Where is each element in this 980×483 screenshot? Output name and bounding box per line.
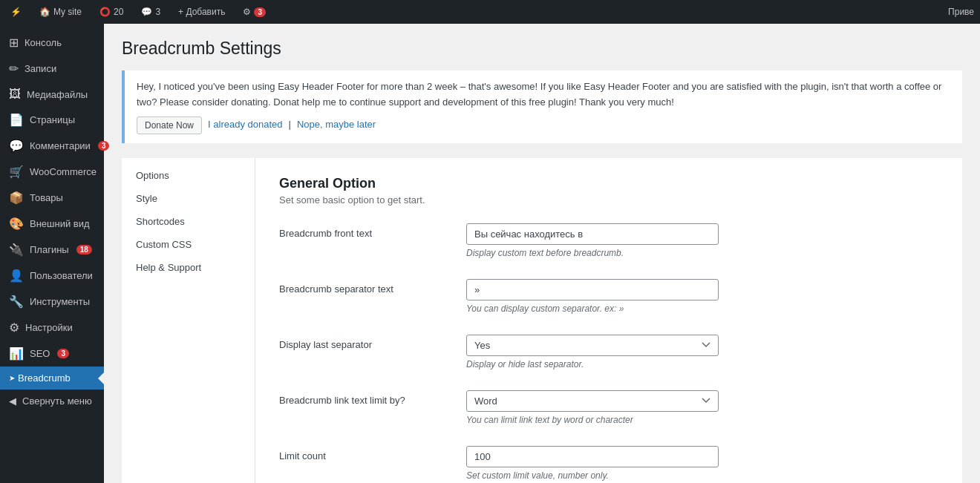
help-link-text-limit: You can limit link text by word or chara… bbox=[466, 415, 719, 425]
input-limit-count[interactable] bbox=[466, 446, 719, 467]
form-row-front-text: Breadcrumb front text Display custom tex… bbox=[279, 223, 938, 258]
wp-icon: ⚡ bbox=[10, 7, 22, 17]
help-last-separator: Display or hide last separator. bbox=[466, 359, 719, 369]
label-front-text: Breadcrumb front text bbox=[279, 223, 442, 239]
help-separator-text: You can display custom separator. ex: » bbox=[466, 303, 719, 314]
donate-now-button[interactable]: Donate Now bbox=[137, 116, 202, 134]
posts-icon: ✏ bbox=[9, 62, 19, 76]
settings-layout: Options Style Shortcodes Custom CSS Help… bbox=[122, 158, 962, 483]
page-title: Breadcrumb Settings bbox=[122, 39, 962, 59]
products-icon: 📦 bbox=[9, 191, 24, 205]
form-row-link-text-limit: Breadcrumb link text limit by? Word Char… bbox=[279, 390, 938, 425]
sidebar-item-breadcrumb[interactable]: ➤ Breadcrumb bbox=[0, 367, 104, 390]
already-donated-link[interactable]: I already donated bbox=[208, 117, 282, 133]
input-separator-text[interactable] bbox=[466, 279, 719, 300]
nav-shortcodes[interactable]: Shortcodes bbox=[122, 210, 255, 233]
field-link-text-limit: Word Character You can limit link text b… bbox=[466, 390, 719, 425]
home-icon: 🏠 bbox=[39, 7, 50, 17]
appearance-icon: 🎨 bbox=[9, 217, 24, 231]
sidebar-item-users[interactable]: 👤 Пользователи bbox=[0, 263, 104, 289]
nav-help[interactable]: Help & Support bbox=[122, 256, 255, 279]
donate-message: Hey, I noticed you've been using Easy He… bbox=[137, 79, 950, 111]
main-content: Breadcrumb Settings Hey, I noticed you'v… bbox=[104, 24, 980, 483]
help-front-text: Display custom text before breadcrumb. bbox=[466, 248, 719, 258]
dashboard-icon: ⊞ bbox=[9, 36, 19, 50]
comment-icon: 💬 bbox=[141, 7, 152, 17]
collapse-menu[interactable]: ◀ Свернуть меню bbox=[0, 390, 104, 413]
woo-icon: 🛒 bbox=[9, 165, 24, 179]
sidebar-item-appearance[interactable]: 🎨 Внешний вид bbox=[0, 211, 104, 237]
wp-logo[interactable]: ⚡ bbox=[6, 7, 26, 17]
sidebar-item-plugins[interactable]: 🔌 Плагины 18 bbox=[0, 237, 104, 263]
settings-icon: ⚙ bbox=[9, 321, 19, 335]
sidebar: ⊞ Консоль ✏ Записи 🖼 Медиафайлы 📄 Страни… bbox=[0, 24, 104, 483]
form-row-separator-text: Breadcrumb separator text You can displa… bbox=[279, 279, 938, 314]
nav-options[interactable]: Options bbox=[122, 164, 255, 187]
sidebar-item-tools[interactable]: 🔧 Инструменты bbox=[0, 289, 104, 315]
nav-custom-css[interactable]: Custom CSS bbox=[122, 233, 255, 256]
seo-icon: 📊 bbox=[9, 346, 24, 361]
nav-style[interactable]: Style bbox=[122, 187, 255, 210]
layout: ⊞ Консоль ✏ Записи 🖼 Медиафайлы 📄 Страни… bbox=[0, 24, 980, 483]
collapse-icon: ◀ bbox=[9, 395, 16, 407]
sidebar-item-comments[interactable]: 💬 Комментарии 3 bbox=[0, 133, 104, 159]
settings-form: General Option Set some basic option to … bbox=[255, 158, 962, 483]
field-separator-text: You can display custom separator. ex: » bbox=[466, 279, 719, 314]
select-link-text-limit[interactable]: Word Character bbox=[466, 390, 719, 412]
form-row-limit-count: Limit count Set custom limit value, numb… bbox=[279, 446, 938, 481]
donate-banner: Hey, I noticed you've been using Easy He… bbox=[122, 70, 962, 143]
sidebar-item-media[interactable]: 🖼 Медиафайлы bbox=[0, 82, 104, 107]
sidebar-item-console[interactable]: ⊞ Консоль bbox=[0, 30, 104, 56]
input-front-text[interactable] bbox=[466, 223, 719, 245]
separator: | bbox=[289, 117, 291, 133]
field-last-separator: Yes No Display or hide last separator. bbox=[466, 335, 719, 369]
sidebar-item-woocommerce[interactable]: 🛒 WooCommerce bbox=[0, 159, 104, 185]
settings-nav: Options Style Shortcodes Custom CSS Help… bbox=[122, 158, 255, 483]
sidebar-item-seo[interactable]: 📊 SEO 3 bbox=[0, 341, 104, 367]
pages-icon: 📄 bbox=[9, 113, 24, 127]
sidebar-item-products[interactable]: 📦 Товары bbox=[0, 185, 104, 211]
select-last-separator[interactable]: Yes No bbox=[466, 335, 719, 356]
admin-bar: ⚡ 🏠 My site ⭕ 20 💬 3 + Добавить ⚙ 3 Прив… bbox=[0, 0, 980, 24]
sidebar-item-posts[interactable]: ✏ Записи bbox=[0, 56, 104, 82]
circle-icon: ⭕ bbox=[99, 7, 111, 17]
update-count[interactable]: ⭕ 20 bbox=[95, 7, 128, 17]
comments-count[interactable]: 💬 3 bbox=[137, 7, 165, 17]
sidebar-item-settings[interactable]: ⚙ Настройки bbox=[0, 315, 104, 341]
field-front-text: Display custom text before breadcrumb. bbox=[466, 223, 719, 258]
arrow-icon: ➤ bbox=[9, 374, 15, 382]
section-title: General Option bbox=[279, 176, 938, 191]
greeting: Приве bbox=[948, 7, 974, 17]
help-limit-count: Set custom limit value, number only. bbox=[466, 470, 719, 481]
label-limit-count: Limit count bbox=[279, 446, 442, 461]
tools-icon: 🔧 bbox=[9, 295, 24, 309]
add-new[interactable]: + Добавить bbox=[174, 7, 229, 17]
label-last-separator: Display last separator bbox=[279, 335, 442, 350]
media-icon: 🖼 bbox=[9, 88, 21, 101]
form-row-last-separator: Display last separator Yes No Display or… bbox=[279, 335, 938, 369]
maybe-later-link[interactable]: Nope, maybe later bbox=[297, 117, 376, 133]
field-limit-count: Set custom limit value, number only. bbox=[466, 446, 719, 481]
donate-actions: Donate Now I already donated | Nope, may… bbox=[137, 116, 950, 134]
label-link-text-limit: Breadcrumb link text limit by? bbox=[279, 390, 442, 406]
plugins-icon: 🔌 bbox=[9, 243, 24, 257]
users-icon: 👤 bbox=[9, 269, 24, 283]
sidebar-item-pages[interactable]: 📄 Страницы bbox=[0, 107, 104, 133]
my-site-link[interactable]: 🏠 My site bbox=[35, 7, 86, 17]
comments-icon: 💬 bbox=[9, 139, 24, 153]
label-separator-text: Breadcrumb separator text bbox=[279, 279, 442, 295]
section-subtitle: Set some basic option to get start. bbox=[279, 194, 938, 206]
plugin-icon[interactable]: ⚙ 3 bbox=[238, 7, 270, 17]
